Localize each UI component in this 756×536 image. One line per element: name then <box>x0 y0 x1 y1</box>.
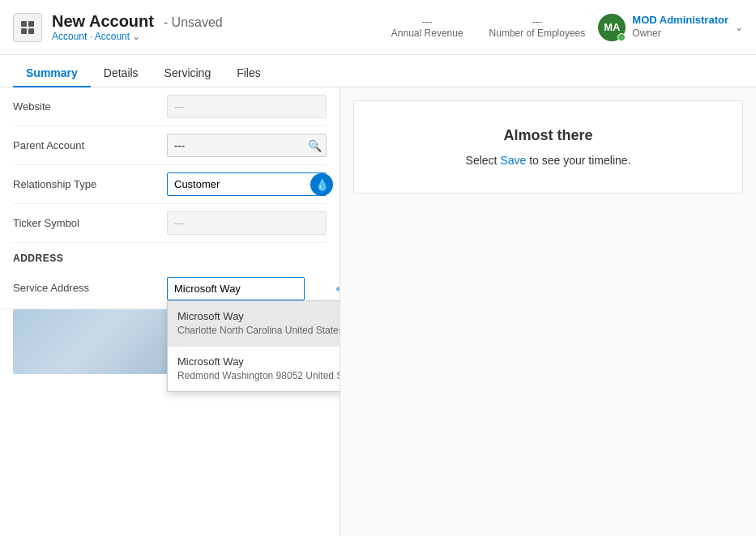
ticker-symbol-row: Ticker Symbol --- <box>13 204 327 243</box>
address-section-header: ADDRESS <box>0 243 340 270</box>
suggestion-0-sub: Charlotte North Carolina United States <box>177 324 340 338</box>
number-employees-meta: --- Number of Employees <box>489 15 586 39</box>
relationship-type-label: Relationship Type <box>13 178 167 190</box>
annual-revenue-meta: --- Annual Revenue <box>391 15 463 39</box>
form-section: Website --- Parent Account 🔍 Relationshi… <box>0 87 340 243</box>
tab-summary[interactable]: Summary <box>13 60 91 87</box>
service-address-row: Service Address ✏ Microsoft Way Charlott… <box>0 270 340 309</box>
website-label: Website <box>13 100 167 113</box>
relationship-type-value: 💧 <box>167 172 327 196</box>
online-badge <box>617 33 626 41</box>
svg-rect-2 <box>21 28 27 34</box>
relationship-type-input[interactable] <box>167 172 327 196</box>
suggestion-0-main: Microsoft Way <box>177 309 340 324</box>
suggestion-1-main: Microsoft Way <box>177 355 340 369</box>
parent-account-value: 🔍 <box>167 134 327 157</box>
ticker-symbol-dash: --- <box>167 211 327 235</box>
suggestion-item-1[interactable]: Microsoft Way Redmond Washington 98052 U… <box>168 347 340 391</box>
drop-icon: 💧 <box>310 173 333 196</box>
breadcrumb: Account · Account ⌄ <box>52 31 391 42</box>
user-info: MOD Administrator Owner <box>632 14 728 40</box>
website-row: Website --- <box>13 87 327 126</box>
suggestion-1-sub: Redmond Washington 98052 United States <box>177 369 340 383</box>
tab-bar: Summary Details Servicing Files <box>0 55 756 87</box>
website-value: --- <box>167 95 327 118</box>
svg-rect-3 <box>28 28 34 34</box>
address-input-wrap: ✏ <box>167 277 327 300</box>
tab-details[interactable]: Details <box>91 60 152 87</box>
page-title: New Account - Unsaved <box>52 12 391 31</box>
parent-account-label: Parent Account <box>13 139 167 151</box>
svg-rect-0 <box>21 21 27 27</box>
user-profile[interactable]: MA MOD Administrator Owner ⌄ <box>598 14 743 41</box>
ticker-symbol-value: --- <box>167 211 327 235</box>
avatar: MA <box>598 14 626 41</box>
timeline-box: Almost there Select Save to see your tim… <box>353 100 743 194</box>
timeline-pre-text: Select <box>466 154 501 167</box>
timeline-subtitle: Select Save to see your timeline. <box>374 154 723 167</box>
main-content: Website --- Parent Account 🔍 Relationshi… <box>0 87 756 536</box>
service-address-value: ✏ Microsoft Way Charlotte North Carolina… <box>167 277 327 300</box>
left-panel: Website --- Parent Account 🔍 Relationshi… <box>0 87 340 536</box>
chevron-down-icon: ⌄ <box>735 22 743 33</box>
address-suggestions-dropdown: Microsoft Way Charlotte North Carolina U… <box>167 300 340 392</box>
service-address-label: Service Address <box>13 277 167 294</box>
header-meta: --- Annual Revenue --- Number of Employe… <box>391 15 585 39</box>
account-icon <box>13 13 42 42</box>
ticker-symbol-label: Ticker Symbol <box>13 217 167 229</box>
parent-account-input-wrap: 🔍 <box>167 134 327 157</box>
tab-servicing[interactable]: Servicing <box>152 60 224 87</box>
timeline-save-link[interactable]: Save <box>500 154 526 167</box>
tab-files[interactable]: Files <box>224 60 274 87</box>
parent-account-input[interactable] <box>167 134 327 157</box>
website-dash: --- <box>167 95 327 118</box>
timeline-title: Almost there <box>374 127 723 144</box>
right-panel: Almost there Select Save to see your tim… <box>340 87 756 536</box>
title-area: New Account - Unsaved Account · Account … <box>52 12 391 42</box>
page-header: New Account - Unsaved Account · Account … <box>0 0 756 55</box>
service-address-input[interactable] <box>167 277 305 300</box>
timeline-post-text: to see your timeline. <box>526 154 630 167</box>
svg-rect-1 <box>28 21 34 27</box>
relationship-type-row: Relationship Type 💧 <box>13 165 327 204</box>
parent-account-search-icon[interactable]: 🔍 <box>308 139 322 152</box>
parent-account-row: Parent Account 🔍 <box>13 126 327 165</box>
suggestion-item-0[interactable]: Microsoft Way Charlotte North Carolina U… <box>168 301 340 347</box>
